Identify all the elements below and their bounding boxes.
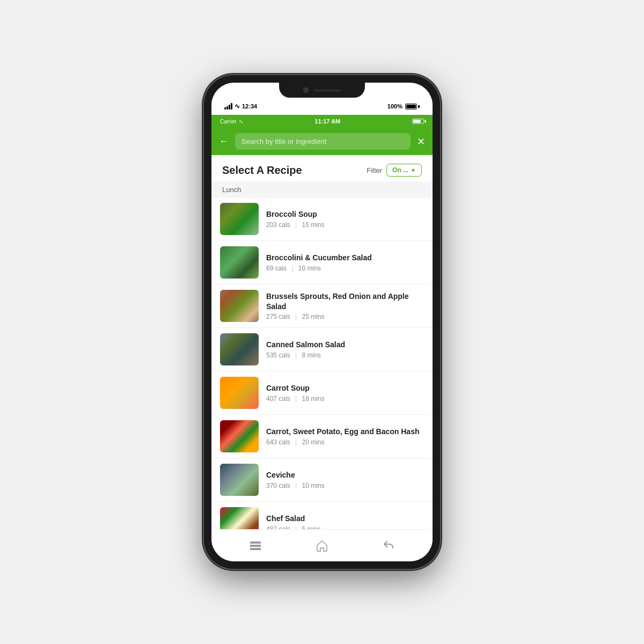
app-battery-fill	[413, 120, 421, 123]
recipe-item[interactable]: Ceviche 370 cals | 10 mins	[211, 458, 433, 502]
recipe-meta: 643 cals | 20 mins	[266, 438, 424, 446]
recipe-meta: 535 cals | 8 mins	[266, 352, 424, 359]
separator: |	[291, 265, 293, 272]
app-time: 11:17 AM	[314, 118, 340, 125]
recipe-time: 20 mins	[302, 438, 325, 446]
native-time: 12:34	[242, 103, 257, 109]
separator: |	[295, 221, 297, 229]
phone-notch	[279, 83, 365, 98]
battery-tip	[418, 105, 420, 108]
recipe-name: Chef Salad	[266, 514, 424, 523]
svg-rect-2	[251, 548, 260, 550]
recipe-thumbnail	[220, 246, 259, 279]
recipe-list: Broccoli Soup 203 cals | 15 mins Broccol…	[211, 197, 433, 529]
separator: |	[295, 313, 297, 320]
recipe-thumbnail	[220, 203, 259, 235]
recipe-info: Carrot, Sweet Potato, Egg and Bacon Hash…	[266, 427, 424, 445]
recipe-item[interactable]: Carrot Soup 407 cals | 18 mins	[211, 371, 433, 415]
page-title: Select A Recipe	[222, 164, 302, 177]
recipe-meta: 407 cals | 18 mins	[266, 395, 424, 402]
undo-icon	[382, 539, 395, 552]
recipe-item[interactable]: Chef Salad 487 cals | 5 mins	[211, 502, 433, 529]
recipe-info: Canned Salmon Salad 535 cals | 8 mins	[266, 340, 424, 358]
recipe-time: 15 mins	[302, 221, 325, 229]
close-icon[interactable]: ✕	[417, 136, 425, 148]
recipe-time: 25 mins	[302, 313, 325, 320]
recipe-info: Broccoli Soup 203 cals | 15 mins	[266, 209, 424, 228]
menu-icon	[249, 539, 262, 552]
wifi-icon: ∿	[235, 103, 240, 110]
recipe-name: Canned Salmon Salad	[266, 340, 424, 349]
recipe-info: Broccolini & Cucumber Salad 69 cals | 10…	[266, 253, 424, 272]
status-left: ∿ 12:34	[224, 103, 257, 110]
svg-rect-0	[251, 542, 260, 543]
recipe-info: Ceviche 370 cals | 10 mins	[266, 470, 424, 489]
recipe-time: 10 mins	[302, 482, 325, 489]
search-bar: ← Search by title or ingredient ✕	[211, 128, 433, 155]
battery-body	[405, 104, 417, 109]
recipe-cals: 407 cals	[266, 395, 290, 402]
battery-fill	[406, 105, 416, 108]
filter-value: On ...	[392, 166, 408, 174]
home-icon	[316, 539, 328, 552]
recipe-info: Brussels Sprouts, Red Onion and Apple Sa…	[266, 291, 424, 320]
carrier-name: Carrier ∿	[220, 119, 243, 125]
filter-label: Filter	[367, 166, 382, 174]
svg-rect-1	[251, 545, 260, 546]
menu-nav-button[interactable]	[246, 536, 265, 555]
separator: |	[295, 438, 297, 446]
speaker	[314, 89, 341, 92]
recipe-thumbnail	[220, 507, 259, 529]
recipe-cals: 487 cals	[266, 525, 290, 529]
recipe-meta: 69 cals | 10 mins	[266, 265, 424, 272]
recipe-name: Carrot Soup	[266, 383, 424, 393]
bottom-nav	[211, 529, 433, 561]
list-header: Select A Recipe Filter On ... ▼	[211, 155, 433, 182]
recipe-time: 18 mins	[302, 395, 325, 402]
recipe-thumbnail	[220, 333, 259, 365]
back-nav-button[interactable]	[379, 536, 398, 555]
native-status-bar: ∿ 12:34 100%	[211, 98, 433, 115]
app-content: Carrier ∿ 11:17 AM ← Search by title or …	[211, 115, 433, 561]
carrier-wifi-icon: ∿	[239, 119, 243, 125]
recipe-item[interactable]: Broccoli Soup 203 cals | 15 mins	[211, 197, 433, 241]
recipe-name: Broccolini & Cucumber Salad	[266, 253, 424, 262]
recipe-thumbnail	[220, 377, 259, 409]
status-right: 100%	[387, 103, 420, 109]
recipe-cals: 203 cals	[266, 221, 290, 229]
recipe-cals: 535 cals	[266, 352, 290, 359]
back-arrow-icon[interactable]: ←	[219, 136, 229, 147]
recipe-time: 8 mins	[302, 352, 321, 359]
home-nav-button[interactable]	[312, 536, 332, 555]
battery-percent: 100%	[387, 103, 402, 109]
filter-area: Filter On ... ▼	[367, 164, 422, 177]
battery-icon	[405, 104, 420, 109]
separator: |	[295, 395, 297, 402]
recipe-item[interactable]: Canned Salmon Salad 535 cals | 8 mins	[211, 328, 433, 371]
recipe-thumbnail	[220, 290, 259, 322]
recipe-item[interactable]: Broccolini & Cucumber Salad 69 cals | 10…	[211, 241, 433, 284]
chevron-down-icon: ▼	[411, 167, 416, 173]
recipe-meta: 370 cals | 10 mins	[266, 482, 424, 489]
search-input[interactable]: Search by title or ingredient	[235, 133, 411, 150]
separator: |	[295, 525, 297, 529]
recipe-thumbnail	[220, 420, 259, 452]
recipe-cals: 69 cals	[266, 265, 287, 272]
camera	[303, 87, 309, 93]
phone-screen: ∿ 12:34 100% Carrier ∿	[211, 83, 433, 561]
recipe-meta: 487 cals | 5 mins	[266, 525, 424, 529]
recipe-time: 5 mins	[302, 525, 321, 529]
app-battery-icon	[412, 119, 424, 124]
phone-device: ∿ 12:34 100% Carrier ∿	[204, 75, 440, 569]
filter-button[interactable]: On ... ▼	[386, 164, 422, 177]
recipe-name: Carrot, Sweet Potato, Egg and Bacon Hash	[266, 427, 424, 436]
separator: |	[295, 352, 297, 359]
recipe-cals: 643 cals	[266, 438, 290, 446]
app-status-bar: Carrier ∿ 11:17 AM	[211, 115, 433, 128]
recipe-name: Brussels Sprouts, Red Onion and Apple Sa…	[266, 291, 424, 311]
recipe-name: Ceviche	[266, 470, 424, 480]
recipe-item[interactable]: Carrot, Sweet Potato, Egg and Bacon Hash…	[211, 415, 433, 458]
recipe-item[interactable]: Brussels Sprouts, Red Onion and Apple Sa…	[211, 284, 433, 328]
separator: |	[295, 482, 297, 489]
recipe-cals: 370 cals	[266, 482, 290, 489]
